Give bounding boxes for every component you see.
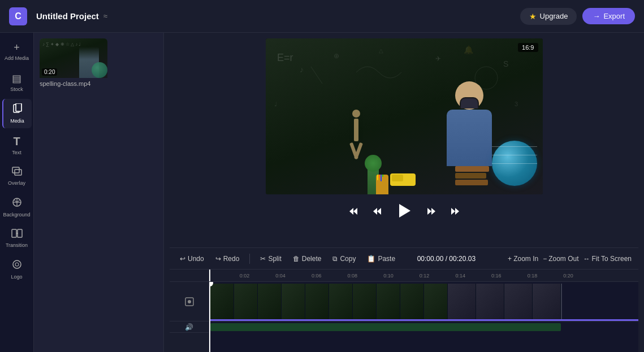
svg-text:🔔: 🔔: [464, 45, 474, 55]
stock-icon: ▤: [12, 72, 21, 85]
fit-screen-button[interactable]: ↔ Fit To Screen: [584, 255, 632, 263]
redo-label: Redo: [223, 255, 240, 263]
clip-frame: [234, 284, 258, 320]
svg-text:⊕: ⊕: [334, 52, 339, 60]
sidebar-item-stock[interactable]: ▤ Stock: [2, 68, 32, 97]
upgrade-label: Upgrade: [540, 12, 568, 20]
logo-icon: [12, 259, 22, 272]
play-button[interactable]: [394, 200, 415, 225]
sidebar-item-media[interactable]: Media: [2, 99, 32, 128]
skip-back-button[interactable]: [346, 204, 361, 221]
svg-text:✈: ✈: [435, 55, 441, 63]
rename-icon[interactable]: ≈: [103, 12, 107, 20]
redo-button[interactable]: ↪ Redo: [212, 253, 243, 264]
upgrade-button[interactable]: ★ Upgrade: [520, 8, 577, 25]
star-icon: ★: [529, 12, 537, 21]
preview-container: E=r S ♪ ⊕ △ ✈ 🔔 3 ♩: [266, 38, 543, 194]
sidebar-item-overlay[interactable]: Overlay: [2, 162, 32, 190]
svg-marker-23: [349, 208, 357, 215]
sidebar-label-add-media: Add Media: [5, 55, 29, 61]
svg-text:△: △: [379, 47, 383, 54]
ruler-mark: 0:14: [455, 273, 465, 279]
skip-forward-button[interactable]: [448, 204, 463, 221]
svg-point-10: [13, 260, 21, 268]
export-button[interactable]: → Export: [582, 8, 635, 24]
clip-selection-strip: [209, 319, 638, 321]
ruler-mark: 0:06: [312, 273, 322, 279]
undo-button[interactable]: ↩ Undo: [176, 253, 208, 264]
delete-button[interactable]: 🗑 Delete: [289, 253, 325, 264]
clip-frame-people: [448, 284, 476, 320]
svg-text:♪: ♪: [300, 65, 304, 74]
copy-button[interactable]: ⧉ Copy: [329, 253, 359, 264]
video-clip[interactable]: [210, 284, 562, 320]
overlay-icon: [12, 167, 22, 179]
svg-text:S: S: [503, 59, 508, 68]
timestamp-display: 00:00.00 / 00:20.03: [417, 255, 476, 263]
fast-forward-button[interactable]: [424, 204, 439, 221]
ruler-mark: 0:10: [383, 273, 394, 279]
video-track: [209, 282, 638, 321]
fit-icon: ↔: [584, 255, 590, 263]
zoom-out-button[interactable]: − Zoom Out: [543, 255, 578, 263]
zoom-in-icon: +: [508, 255, 512, 263]
clip-frame: [329, 284, 353, 320]
split-button[interactable]: ✂ Split: [257, 253, 284, 264]
ruler-mark: 0:08: [348, 273, 358, 279]
svg-rect-9: [18, 229, 22, 237]
svg-rect-3: [12, 167, 19, 173]
split-icon: ✂: [260, 255, 266, 263]
audio-waveform: [210, 323, 561, 331]
sidebar: + Add Media ▤ Stock Media T Text: [0, 33, 34, 352]
sidebar-item-add-media[interactable]: + Add Media: [2, 37, 32, 66]
paste-icon: 📋: [367, 255, 375, 263]
svg-text:♩: ♩: [274, 101, 277, 107]
clip-frame: [282, 284, 305, 320]
toolbar-divider-1: [249, 254, 250, 264]
zoom-in-button[interactable]: + Zoom In: [508, 255, 538, 263]
playhead: [209, 282, 210, 352]
sidebar-item-logo[interactable]: Logo: [2, 255, 32, 284]
undo-label: Undo: [188, 255, 204, 263]
sidebar-item-background[interactable]: Background: [2, 193, 32, 222]
zoom-in-label: Zoom In: [513, 255, 538, 263]
svg-marker-27: [427, 208, 431, 215]
clip-frame: [400, 284, 424, 320]
ruler-mark: 0:04: [275, 273, 286, 279]
timeline-toolbar: ↩ Undo ↪ Redo ✂ Split 🗑 Delete ⧉: [170, 248, 638, 270]
ruler-mark: 0:12: [420, 273, 430, 279]
export-label: Export: [603, 12, 625, 20]
video-controls: [346, 200, 463, 225]
volume-icon: 🔊: [185, 323, 193, 331]
zoom-out-icon: −: [543, 255, 547, 263]
undo-icon: ↩: [180, 255, 185, 263]
background-icon: [12, 197, 22, 210]
center-area: E=r S ♪ ⊕ △ ✈ 🔔 3 ♩: [164, 33, 644, 352]
sidebar-label-overlay: Overlay: [8, 180, 25, 186]
sidebar-label-text: Text: [12, 150, 21, 155]
svg-point-11: [15, 263, 19, 266]
svg-marker-26: [399, 204, 410, 218]
sidebar-label-background: Background: [3, 212, 30, 218]
app-logo: C: [9, 7, 27, 25]
zoom-out-label: Zoom Out: [548, 255, 578, 263]
media-filename: spelling-class.mp4: [40, 80, 107, 87]
track-label-audio: 🔊: [170, 321, 209, 333]
clip-frame: [424, 284, 448, 320]
sidebar-item-transition[interactable]: Transition: [2, 224, 32, 253]
split-label: Split: [268, 255, 281, 263]
svg-text:E=r: E=r: [277, 52, 293, 63]
media-panel: ♪ ∑ ✦ ◆ ❋ ☆ △ ♪ ♩ 0:20 spelling-class.mp…: [34, 33, 164, 352]
svg-line-22: [311, 67, 322, 84]
thumb-duration: 0:20: [42, 68, 57, 76]
clip-frame: [305, 284, 329, 320]
sidebar-item-text[interactable]: T Text: [2, 131, 32, 160]
rewind-button[interactable]: [370, 204, 384, 221]
clip-frame: [377, 284, 400, 320]
media-thumbnail[interactable]: ♪ ∑ ✦ ◆ ❋ ☆ △ ♪ ♩ 0:20 spelling-class.mp…: [40, 38, 107, 87]
svg-rect-1: [16, 103, 21, 111]
paste-button[interactable]: 📋 Paste: [364, 253, 399, 264]
svg-marker-25: [373, 208, 377, 215]
delete-label: Delete: [302, 255, 322, 263]
clip-frame: [258, 284, 282, 320]
